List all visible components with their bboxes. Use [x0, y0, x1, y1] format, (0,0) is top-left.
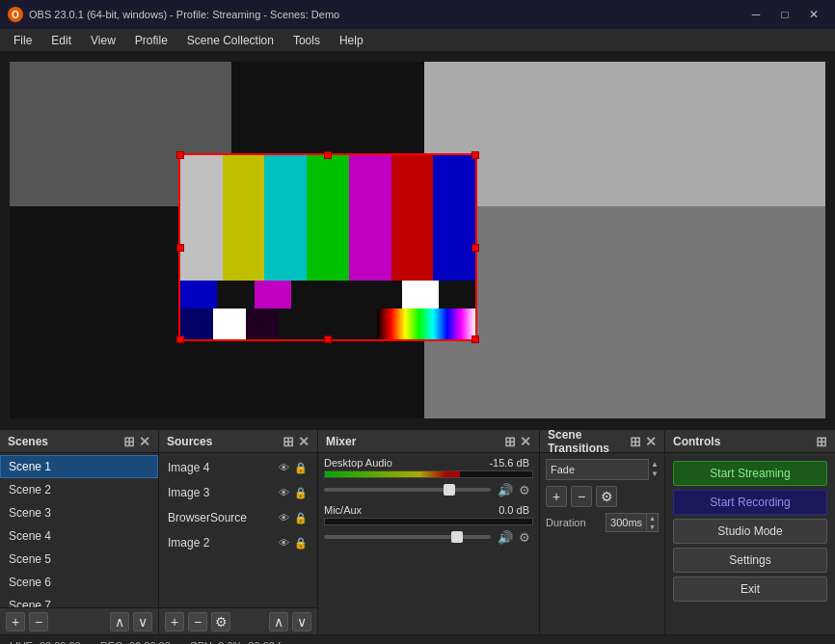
scenes-panel: Scenes ⊞ ✕ Scene 1Scene 2Scene 3Scene 4S…	[0, 430, 159, 634]
controls-panel-title: Controls	[673, 435, 720, 448]
scenes-up-button[interactable]: ∧	[110, 612, 129, 631]
maximize-button[interactable]: □	[771, 5, 798, 24]
transition-remove-button[interactable]: −	[571, 486, 592, 507]
control-button-studio-mode[interactable]: Studio Mode	[673, 519, 827, 544]
transition-buttons-row: + − ⚙	[546, 486, 659, 507]
menubar-item-file[interactable]: File	[4, 32, 41, 49]
scenes-panel-header: Scenes ⊞ ✕	[0, 430, 158, 453]
scene-item-7[interactable]: Scene 7	[0, 594, 158, 607]
transitions-lock-icon[interactable]: ⊞	[630, 434, 641, 449]
bar-magenta2	[255, 281, 291, 309]
transform-handle-bm[interactable]	[324, 335, 332, 343]
transform-handle-tl[interactable]	[176, 151, 184, 159]
menubar-item-help[interactable]: Help	[330, 32, 373, 49]
transform-handle-tm[interactable]	[324, 151, 332, 159]
controls-lock-icon[interactable]: ⊞	[816, 434, 827, 449]
mixer-volume-slider-1[interactable]	[324, 488, 491, 492]
mixer-lock-icon[interactable]: ⊞	[504, 434, 516, 449]
scenes-remove-button[interactable]: −	[29, 612, 48, 631]
menubar-item-scene-collection[interactable]: Scene Collection	[177, 32, 283, 49]
sources-footer: + − ⚙ ∧ ∨	[159, 607, 317, 634]
transitions-panel: Scene Transitions ⊞ ✕ Fade ▲ ▼ + − ⚙ Dur…	[540, 430, 665, 634]
source-lock-icon-4[interactable]: 🔒	[293, 535, 309, 550]
source-lock-icon-1[interactable]: 🔒	[293, 460, 309, 475]
control-button-start-streaming[interactable]: Start Streaming	[673, 461, 827, 486]
duration-down-arrow[interactable]: ▼	[647, 523, 658, 531]
controls-content: Start StreamingStart RecordingStudio Mod…	[665, 453, 835, 634]
duration-box: 300ms ▲ ▼	[606, 513, 659, 532]
color-bars-source[interactable]	[178, 153, 477, 341]
transitions-content: Fade ▲ ▼ + − ⚙ Duration 300ms ▲ ▼	[540, 453, 664, 634]
scenes-close-icon[interactable]: ✕	[139, 434, 150, 449]
sources-close-icon[interactable]: ✕	[298, 434, 310, 449]
source-eye-icon-4[interactable]: 👁	[276, 535, 291, 550]
transform-handle-mr[interactable]	[471, 244, 479, 252]
scene-item-5[interactable]: Scene 5	[0, 548, 158, 571]
sources-up-button[interactable]: ∧	[269, 612, 288, 631]
menubar-item-view[interactable]: View	[81, 32, 125, 49]
transform-handle-ml[interactable]	[176, 244, 184, 252]
menubar-item-profile[interactable]: Profile	[125, 32, 177, 49]
transform-handle-br[interactable]	[471, 335, 479, 343]
minimize-button[interactable]: ─	[742, 5, 769, 24]
smpte-bars-top	[180, 155, 475, 281]
bar-black3	[439, 281, 475, 309]
source-eye-icon-1[interactable]: 👁	[276, 460, 291, 475]
scenes-add-button[interactable]: +	[6, 612, 25, 631]
window-title: OBS 23.0.1 (64-bit, windows) - Profile: …	[29, 9, 742, 20]
transition-settings-button[interactable]: ⚙	[596, 486, 617, 507]
source-lock-icon-3[interactable]: 🔒	[293, 510, 309, 525]
source-eye-icon-3[interactable]: 👁	[276, 510, 291, 525]
close-button[interactable]: ✕	[800, 5, 827, 24]
transitions-close-icon[interactable]: ✕	[645, 434, 657, 449]
sources-settings-button[interactable]: ⚙	[211, 612, 230, 631]
sources-remove-button[interactable]: −	[188, 612, 207, 631]
mixer-track-1: Desktop Audio -15.6 dB 🔊 ⚙	[324, 457, 533, 498]
scenes-down-button[interactable]: ∨	[133, 612, 152, 631]
scene-item-1[interactable]: Scene 1	[0, 455, 158, 478]
preview-block-lightgray-topright	[424, 62, 825, 206]
scene-item-4[interactable]: Scene 4	[0, 524, 158, 548]
smpte-bars-mid	[180, 281, 475, 309]
scenes-lock-icon[interactable]: ⊞	[123, 434, 135, 449]
transition-down-arrow[interactable]: ▼	[651, 470, 659, 479]
menubar-item-edit[interactable]: Edit	[41, 32, 81, 49]
mixer-meter-1	[324, 470, 533, 478]
mixer-mute-button-1[interactable]: 🔊	[497, 481, 514, 498]
transition-select-box[interactable]: Fade	[546, 459, 649, 480]
mixer-close-icon[interactable]: ✕	[520, 434, 531, 449]
transition-add-button[interactable]: +	[546, 486, 567, 507]
bottom-panels: Scenes ⊞ ✕ Scene 1Scene 2Scene 3Scene 4S…	[0, 428, 835, 634]
mixer-mute-button-2[interactable]: 🔊	[497, 528, 514, 546]
transition-up-arrow[interactable]: ▲	[651, 460, 659, 470]
control-button-start-recording[interactable]: Start Recording	[673, 490, 827, 515]
source-label-1: Image 4	[168, 461, 274, 474]
menubar-item-tools[interactable]: Tools	[283, 32, 330, 49]
sources-down-button[interactable]: ∨	[292, 612, 311, 631]
mixer-settings-button-1[interactable]: ⚙	[516, 481, 533, 498]
control-button-settings[interactable]: Settings	[673, 548, 827, 573]
scenes-panel-title: Scenes	[8, 435, 48, 448]
window-controls: ─ □ ✕	[742, 5, 827, 24]
mixer-settings-button-2[interactable]: ⚙	[516, 528, 533, 546]
source-lock-icon-2[interactable]: 🔒	[293, 485, 309, 500]
transform-handle-bl[interactable]	[176, 335, 184, 343]
preview-area	[0, 52, 835, 428]
bar-blue	[433, 155, 475, 281]
duration-up-arrow[interactable]: ▲	[647, 514, 658, 523]
mixer-volume-slider-2[interactable]	[324, 535, 491, 539]
bar-magenta	[349, 155, 391, 281]
transform-handle-tr[interactable]	[471, 151, 479, 159]
scene-item-3[interactable]: Scene 3	[0, 501, 158, 524]
statusbar: LIVE: 00:00:00 REC: 00:00:00 CPU: 0.3%, …	[0, 634, 835, 644]
bar-yellow	[223, 155, 265, 281]
sources-panel-header: Sources ⊞ ✕	[159, 430, 317, 453]
mixer-panel: Mixer ⊞ ✕ Desktop Audio -15.6 dB 🔊 ⚙ Mic…	[318, 430, 540, 634]
bar-minus-i	[180, 309, 213, 339]
sources-lock-icon[interactable]: ⊞	[283, 434, 294, 449]
control-button-exit[interactable]: Exit	[673, 577, 827, 602]
scene-item-6[interactable]: Scene 6	[0, 571, 158, 594]
scene-item-2[interactable]: Scene 2	[0, 478, 158, 501]
source-eye-icon-2[interactable]: 👁	[276, 485, 291, 500]
sources-add-button[interactable]: +	[165, 612, 184, 631]
